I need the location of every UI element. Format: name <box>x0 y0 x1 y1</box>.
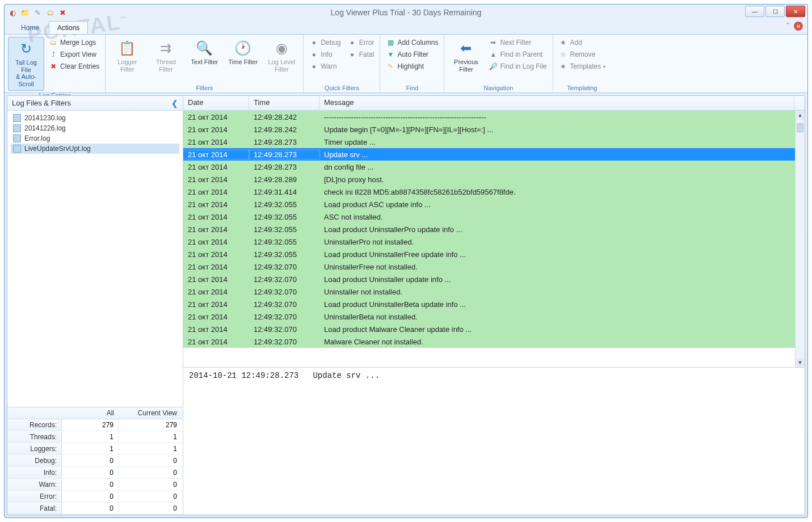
table-row[interactable]: 21 окт 201412:49:32.070UninstallerFree n… <box>183 260 795 273</box>
warn-filter-button[interactable]: ●Warn <box>307 61 343 72</box>
ribbon-group-label: Templating <box>557 83 608 91</box>
table-row[interactable]: 21 окт 201412:49:32.070Load product Malw… <box>183 323 795 335</box>
ribbon-tabs: Home Actions ⌃ ✕ <box>5 20 807 34</box>
table-row[interactable]: 21 окт 201412:49:32.055UninstallerPro no… <box>183 235 795 248</box>
tail-log-file-button[interactable]: ↻ Tail Log File & Auto-Scroll <box>8 37 44 91</box>
stats-row: Error:00 <box>7 491 183 503</box>
previous-filter-button[interactable]: ⬅Previous Filter <box>448 37 484 75</box>
qat-folder-icon[interactable]: 📁 <box>20 8 30 17</box>
vertical-scrollbar[interactable]: ▲ ▼ <box>795 111 805 367</box>
col-header-message[interactable]: Message <box>319 96 794 110</box>
highlight-icon: ✎ <box>386 62 395 71</box>
ribbon-collapse-icon[interactable]: ⌃ <box>785 22 790 31</box>
col-header-date[interactable]: Date <box>183 96 249 110</box>
add-columns-button[interactable]: ▦Add Columns <box>384 37 440 48</box>
info-filter-button[interactable]: ●Info <box>307 49 343 60</box>
circle-icon: ● <box>348 50 357 59</box>
table-row[interactable]: 21 окт 201412:49:28.289[DL]no proxy host… <box>183 173 795 186</box>
log-level-filter-button[interactable]: ◉Log Level Filter <box>263 37 300 75</box>
maximize-button[interactable]: ☐ <box>765 6 785 17</box>
table-row[interactable]: 21 окт 201412:49:32.055Load product ASC … <box>183 198 795 211</box>
titlebar: ◐ 📁 ✎ 🗂 ✖ Log Viewer Plus Trial - 30 Day… <box>5 5 807 20</box>
table-row[interactable]: 21 окт 201412:49:32.055Load product Unin… <box>183 248 795 260</box>
table-row[interactable]: 21 окт 201412:49:32.070Uninstaller not i… <box>183 285 795 298</box>
scroll-thumb[interactable] <box>797 123 803 132</box>
auto-filter-button[interactable]: ▼Auto Filter <box>384 49 440 60</box>
file-name: 20141230.log <box>24 114 66 122</box>
table-row[interactable]: 21 окт 201412:49:32.070Malware Cleaner n… <box>183 335 795 348</box>
ribbon-group-label: Find <box>384 83 440 91</box>
fatal-filter-button[interactable]: ●Fatal <box>346 49 377 60</box>
qat-icon-3[interactable]: ✎ <box>33 8 42 17</box>
file-name: 20141226.log <box>24 124 66 132</box>
file-icon <box>13 124 21 132</box>
file-item[interactable]: 20141226.log <box>11 123 179 133</box>
file-item[interactable]: LiveUpdateSrvUpt.log <box>11 144 179 154</box>
file-item[interactable]: 20141230.log <box>11 113 179 123</box>
debug-filter-button[interactable]: ●Debug <box>307 37 343 48</box>
ribbon-group-label: Filters <box>109 83 300 91</box>
next-filter-button[interactable]: ➡Next Filter <box>486 37 549 48</box>
ribbon-group-log-entries: ↻ Tail Log File & Auto-Scroll 🗂Merge Log… <box>5 35 106 92</box>
clear-entries-button[interactable]: ✖Clear Entries <box>47 61 102 72</box>
qat-close-icon[interactable]: ✖ <box>58 8 67 17</box>
merge-logs-button[interactable]: 🗂Merge Logs <box>47 37 102 48</box>
table-row[interactable]: 21 окт 201412:49:28.242Update begin [T=0… <box>183 123 795 136</box>
ribbon-group-templating: ★Add ☆Remove ★Templates ▾ Templating <box>553 35 612 92</box>
scroll-up-icon[interactable]: ▲ <box>796 111 805 120</box>
table-row[interactable]: 21 окт 201412:49:32.055Load product Unin… <box>183 223 795 235</box>
tab-actions[interactable]: Actions <box>49 21 88 34</box>
template-remove-button[interactable]: ☆Remove <box>557 49 608 60</box>
merge-icon: 🗂 <box>49 38 58 47</box>
templates-dropdown[interactable]: ★Templates ▾ <box>557 61 608 72</box>
clear-icon: ✖ <box>49 62 58 71</box>
logger-filter-button[interactable]: 📋Logger Filter <box>109 37 145 75</box>
collapse-left-icon[interactable]: ❮ <box>171 99 178 108</box>
star-add-icon: ★ <box>559 38 568 47</box>
left-pane: Log Files & Filters ❮ 20141230.log201412… <box>7 96 183 515</box>
find-in-parent-button[interactable]: ▲Find in Parent <box>486 49 549 60</box>
thread-filter-button[interactable]: ⇉Thread Filter <box>148 37 184 75</box>
table-row[interactable]: 21 окт 201412:49:32.055ASC not installed… <box>183 211 795 223</box>
refresh-icon: ↻ <box>17 40 35 58</box>
thread-icon: ⇉ <box>157 39 175 57</box>
ribbon-group-find: ▦Add Columns ▼Auto Filter ✎Highlight Fin… <box>380 35 444 92</box>
app-window: PORTAL™ ◐ 📁 ✎ 🗂 ✖ Log Viewer Plus Trial … <box>4 4 808 518</box>
ribbon-group-label: Quick Filters <box>307 83 376 91</box>
find-in-log-file-button[interactable]: 🔎Find in Log File <box>486 61 549 72</box>
tab-home[interactable]: Home <box>12 21 48 34</box>
highlight-button[interactable]: ✎Highlight <box>384 61 440 72</box>
close-button[interactable]: ✕ <box>786 6 805 17</box>
file-item[interactable]: Error.log <box>11 133 179 144</box>
logger-icon: 📋 <box>118 39 136 57</box>
table-row[interactable]: 21 окт 201412:49:32.070UninstallerBeta n… <box>183 310 795 323</box>
table-row[interactable]: 21 окт 201412:49:32.070Load product Unin… <box>183 298 795 310</box>
table-row[interactable]: 21 окт 201412:49:28.273Update srv ... <box>183 148 795 161</box>
ribbon-close-icon[interactable]: ✕ <box>794 22 803 31</box>
main-pane: Date Time Message 21 окт 201412:49:28.24… <box>183 96 805 515</box>
scroll-down-icon[interactable]: ▼ <box>796 358 805 367</box>
export-view-button[interactable]: ⤴Export View <box>47 49 102 60</box>
col-header-scroll <box>794 96 805 110</box>
export-icon: ⤴ <box>49 50 58 59</box>
ribbon-group-quick-filters: ●Debug ●Info ●Warn ●Error ●Fatal Quick F… <box>304 35 380 92</box>
qat-icon-1[interactable]: ◐ <box>8 8 17 17</box>
time-filter-button[interactable]: 🕐Time Filter <box>225 37 261 68</box>
arrow-left-icon: ⬅ <box>457 39 475 57</box>
error-filter-button[interactable]: ●Error <box>346 37 377 48</box>
template-add-button[interactable]: ★Add <box>557 37 608 48</box>
stats-row: Loggers:11 <box>7 443 183 455</box>
ribbon-group-filters: 📋Logger Filter ⇉Thread Filter 🔍Text Filt… <box>106 35 304 92</box>
text-filter-button[interactable]: 🔍Text Filter <box>186 37 222 68</box>
qat-folders-icon[interactable]: 🗂 <box>45 8 54 17</box>
grid-body: 21 окт 201412:49:28.242-----------------… <box>183 111 805 367</box>
stats-row: Warn:00 <box>7 479 183 491</box>
table-row[interactable]: 21 окт 201412:49:31.414check ini 8228 MD… <box>183 186 795 198</box>
table-row[interactable]: 21 окт 201412:49:28.242-----------------… <box>183 111 795 123</box>
table-row[interactable]: 21 окт 201412:49:28.273Timer update ... <box>183 136 795 148</box>
detail-pane: 2014-10-21 12:49:28.273 Update srv ... <box>183 367 805 515</box>
minimize-button[interactable]: — <box>745 6 764 17</box>
col-header-time[interactable]: Time <box>249 96 319 110</box>
table-row[interactable]: 21 окт 201412:49:28.273dn config file ..… <box>183 161 795 173</box>
table-row[interactable]: 21 окт 201412:49:32.070Load product Unin… <box>183 273 795 285</box>
